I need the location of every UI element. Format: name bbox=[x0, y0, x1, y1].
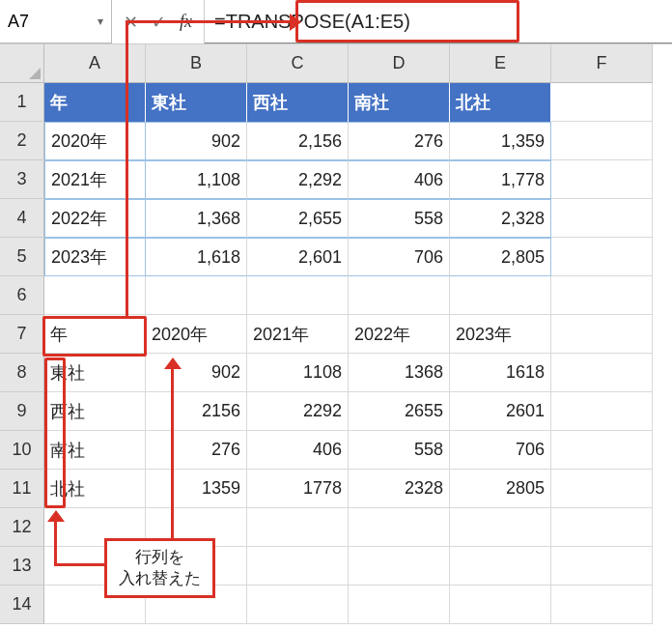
cell-D4[interactable]: 558 bbox=[349, 199, 450, 238]
row-header-1[interactable]: 1 bbox=[0, 83, 44, 122]
cell-A9[interactable]: 西社 bbox=[44, 392, 146, 431]
cell-F13[interactable] bbox=[551, 547, 653, 586]
cell-D13[interactable] bbox=[349, 547, 450, 586]
cell-E8[interactable]: 1618 bbox=[450, 354, 551, 392]
cell-A5[interactable]: 2023年 bbox=[44, 238, 146, 276]
cell-B4[interactable]: 1,368 bbox=[146, 199, 247, 238]
name-box[interactable]: A7 ▾ bbox=[0, 0, 112, 43]
cell-B6[interactable] bbox=[146, 276, 247, 315]
row-header-5[interactable]: 5 bbox=[0, 238, 44, 276]
cell-A13[interactable] bbox=[44, 547, 146, 586]
cell-E13[interactable] bbox=[450, 547, 551, 586]
cell-A7[interactable]: 年 bbox=[44, 315, 146, 354]
cell-B7[interactable]: 2020年 bbox=[146, 315, 247, 354]
cell-B3[interactable]: 1,108 bbox=[146, 160, 247, 199]
cell-F8[interactable] bbox=[551, 354, 653, 392]
cell-F3[interactable] bbox=[551, 160, 653, 199]
cell-B10[interactable]: 276 bbox=[146, 431, 247, 470]
cell-D1[interactable]: 南社 bbox=[349, 83, 450, 122]
cell-D14[interactable] bbox=[349, 586, 450, 624]
row-header-13[interactable]: 13 bbox=[0, 547, 44, 586]
row-header-6[interactable]: 6 bbox=[0, 276, 44, 315]
cell-C3[interactable]: 2,292 bbox=[247, 160, 349, 199]
cell-C2[interactable]: 2,156 bbox=[247, 122, 349, 160]
cell-C8[interactable]: 1108 bbox=[247, 354, 349, 392]
cell-D8[interactable]: 1368 bbox=[349, 354, 450, 392]
row-header-9[interactable]: 9 bbox=[0, 392, 44, 431]
cell-E14[interactable] bbox=[450, 586, 551, 624]
cell-C1[interactable]: 西社 bbox=[247, 83, 349, 122]
cell-D9[interactable]: 2655 bbox=[349, 392, 450, 431]
select-all-corner[interactable] bbox=[0, 44, 44, 83]
col-header-D[interactable]: D bbox=[349, 44, 450, 83]
row-header-7[interactable]: 7 bbox=[0, 315, 44, 354]
cell-C4[interactable]: 2,655 bbox=[247, 199, 349, 238]
cell-F9[interactable] bbox=[551, 392, 653, 431]
row-header-11[interactable]: 11 bbox=[0, 470, 44, 508]
cell-E12[interactable] bbox=[450, 508, 551, 547]
cell-D10[interactable]: 558 bbox=[349, 431, 450, 470]
cell-A12[interactable] bbox=[44, 508, 146, 547]
cell-A14[interactable] bbox=[44, 586, 146, 624]
cell-B2[interactable]: 902 bbox=[146, 122, 247, 160]
cell-F5[interactable] bbox=[551, 238, 653, 276]
cell-D3[interactable]: 406 bbox=[349, 160, 450, 199]
col-header-C[interactable]: C bbox=[247, 44, 349, 83]
cell-E9[interactable]: 2601 bbox=[450, 392, 551, 431]
cell-C9[interactable]: 2292 bbox=[247, 392, 349, 431]
cell-E11[interactable]: 2805 bbox=[450, 470, 551, 508]
cell-E4[interactable]: 2,328 bbox=[450, 199, 551, 238]
cell-B14[interactable] bbox=[146, 586, 247, 624]
cell-F10[interactable] bbox=[551, 431, 653, 470]
cell-D11[interactable]: 2328 bbox=[349, 470, 450, 508]
cell-E1[interactable]: 北社 bbox=[450, 83, 551, 122]
cancel-icon[interactable]: ✕ bbox=[124, 12, 138, 33]
row-header-8[interactable]: 8 bbox=[0, 354, 44, 392]
cell-E6[interactable] bbox=[450, 276, 551, 315]
cell-E10[interactable]: 706 bbox=[450, 431, 551, 470]
cell-C14[interactable] bbox=[247, 586, 349, 624]
cell-E3[interactable]: 1,778 bbox=[450, 160, 551, 199]
cell-E2[interactable]: 1,359 bbox=[450, 122, 551, 160]
col-header-E[interactable]: E bbox=[450, 44, 551, 83]
cell-B12[interactable] bbox=[146, 508, 247, 547]
row-header-10[interactable]: 10 bbox=[0, 431, 44, 470]
spreadsheet-grid[interactable]: A B C D E F 1 年 東社 西社 南社 北社 2 2020年 902 … bbox=[0, 44, 672, 624]
cell-D6[interactable] bbox=[349, 276, 450, 315]
cell-A3[interactable]: 2021年 bbox=[44, 160, 146, 199]
cell-F11[interactable] bbox=[551, 470, 653, 508]
cell-B1[interactable]: 東社 bbox=[146, 83, 247, 122]
enter-icon[interactable]: ✓ bbox=[152, 12, 166, 33]
cell-A4[interactable]: 2022年 bbox=[44, 199, 146, 238]
cell-F12[interactable] bbox=[551, 508, 653, 547]
cell-F4[interactable] bbox=[551, 199, 653, 238]
cell-E5[interactable]: 2,805 bbox=[450, 238, 551, 276]
col-header-A[interactable]: A bbox=[44, 44, 146, 83]
cell-F6[interactable] bbox=[551, 276, 653, 315]
cell-C13[interactable] bbox=[247, 547, 349, 586]
cell-C6[interactable] bbox=[247, 276, 349, 315]
cell-A6[interactable] bbox=[44, 276, 146, 315]
row-header-2[interactable]: 2 bbox=[0, 122, 44, 160]
cell-B5[interactable]: 1,618 bbox=[146, 238, 247, 276]
cell-A1[interactable]: 年 bbox=[44, 83, 146, 122]
formula-input[interactable]: =TRANSPOSE(A1:E5) bbox=[205, 0, 672, 43]
col-header-F[interactable]: F bbox=[551, 44, 653, 83]
cell-E7[interactable]: 2023年 bbox=[450, 315, 551, 354]
cell-A10[interactable]: 南社 bbox=[44, 431, 146, 470]
cell-F2[interactable] bbox=[551, 122, 653, 160]
cell-C12[interactable] bbox=[247, 508, 349, 547]
cell-D5[interactable]: 706 bbox=[349, 238, 450, 276]
cell-A8[interactable]: 東社 bbox=[44, 354, 146, 392]
cell-B13[interactable] bbox=[146, 547, 247, 586]
chevron-down-icon[interactable]: ▾ bbox=[98, 14, 103, 28]
cell-F14[interactable] bbox=[551, 586, 653, 624]
row-header-14[interactable]: 14 bbox=[0, 586, 44, 624]
cell-C10[interactable]: 406 bbox=[247, 431, 349, 470]
cell-B8[interactable]: 902 bbox=[146, 354, 247, 392]
cell-B11[interactable]: 1359 bbox=[146, 470, 247, 508]
cell-C11[interactable]: 1778 bbox=[247, 470, 349, 508]
cell-C7[interactable]: 2021年 bbox=[247, 315, 349, 354]
cell-A2[interactable]: 2020年 bbox=[44, 122, 146, 160]
cell-C5[interactable]: 2,601 bbox=[247, 238, 349, 276]
